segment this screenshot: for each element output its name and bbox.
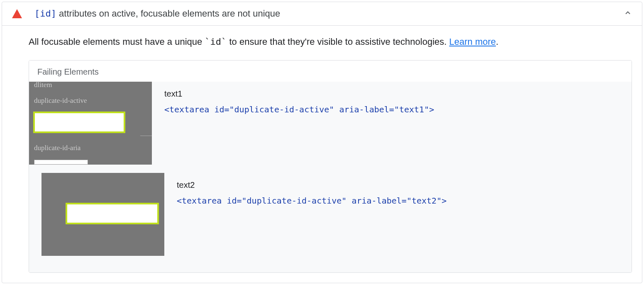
error-triangle-icon <box>12 9 22 18</box>
thumb-box <box>34 160 88 165</box>
failing-item: dlitem duplicate-id-active duplicate-id-… <box>29 82 632 173</box>
audit-body: All focusable elements must have a uniqu… <box>2 26 642 283</box>
desc-pre: All focusable elements must have a uniqu… <box>29 36 205 47</box>
audit-header[interactable]: [id] attributes on active, focusable ele… <box>2 2 642 26</box>
element-thumbnail[interactable] <box>41 173 164 256</box>
element-code[interactable]: <textarea id="duplicate-id-active" aria-… <box>164 104 623 114</box>
failing-detail: text1 <textarea id="duplicate-id-active"… <box>164 82 623 114</box>
desc-code: `id` <box>205 36 227 47</box>
failing-elements-body: dlitem duplicate-id-active duplicate-id-… <box>29 82 632 272</box>
failing-detail: text2 <textarea id="duplicate-id-active"… <box>177 173 623 206</box>
audit-title: [id] attributes on active, focusable ele… <box>34 8 619 19</box>
element-thumbnail[interactable]: dlitem duplicate-id-active duplicate-id-… <box>29 82 152 165</box>
failing-item: text2 <textarea id="duplicate-id-active"… <box>29 173 632 264</box>
element-label: text2 <box>177 180 623 190</box>
highlighted-element <box>33 112 125 133</box>
audit-description: All focusable elements must have a uniqu… <box>29 36 632 49</box>
failing-elements-box: Failing Elements dlitem duplicate-id-act… <box>29 60 632 273</box>
element-label: text1 <box>164 89 623 99</box>
highlighted-element <box>66 203 159 224</box>
thumb-text: duplicate-id-aria <box>34 144 80 152</box>
chevron-up-icon[interactable] <box>624 8 632 19</box>
audit-title-text: attributes on active, focusable elements… <box>56 8 280 19</box>
desc-post: to ensure that they're visible to assist… <box>227 36 449 47</box>
thumb-text: duplicate-id-active <box>34 97 87 105</box>
learn-more-link[interactable]: Learn more <box>449 36 496 47</box>
thumb-text: dlitem <box>34 81 52 89</box>
audit-title-code: [id] <box>34 8 56 19</box>
failing-elements-header: Failing Elements <box>29 61 632 82</box>
audit-panel: [id] attributes on active, focusable ele… <box>2 2 642 283</box>
desc-period: . <box>496 36 498 47</box>
element-code[interactable]: <textarea id="duplicate-id-active" aria-… <box>177 196 623 206</box>
thumb-line <box>140 136 152 136</box>
